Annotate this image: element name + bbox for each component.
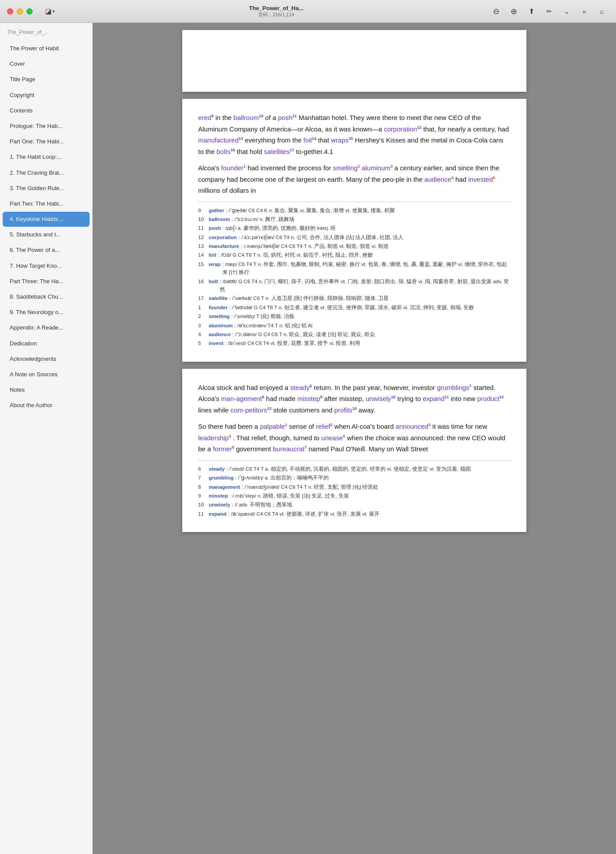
sidebar: The_Power_of_... The Power of HabitCover… <box>0 23 93 854</box>
paragraph-1: ered9 in the ballroom10 of a posh11 Manh… <box>198 112 511 157</box>
word-link-expand[interactable]: expand11 <box>423 395 449 402</box>
word-link-bureaucrat[interactable]: bureaucrat7 <box>273 445 307 453</box>
footnote-row: 14 foil : /fɔɪl/ G C4 T8 T n. 箔, 烘托, 衬托 … <box>198 251 511 259</box>
word-link-ered[interactable]: ered9 <box>198 114 214 121</box>
word-link-leadership[interactable]: leadership4 <box>198 434 231 442</box>
zoom-out-button[interactable]: ⊖ <box>489 4 503 19</box>
word-link-product[interactable]: product12 <box>477 395 503 402</box>
sidebar-item-ch3[interactable]: 3. The Golden Rule... <box>3 181 90 196</box>
pdf-page-2: Alcoa stock and had enjoyed a steady6 re… <box>182 369 526 532</box>
search-icon: ⌕ <box>600 7 604 15</box>
sidebar-item-copyright[interactable]: Copyright <box>3 88 90 103</box>
word-link-audience[interactable]: audience4 <box>424 176 454 183</box>
more-icon: » <box>582 7 586 15</box>
sidebar-item-ch1[interactable]: 1. The Habit Loop:... <box>3 150 90 165</box>
sidebar-item-contents[interactable]: Contents <box>3 103 90 118</box>
word-link-unwisely[interactable]: unwisely10 <box>366 395 396 402</box>
word-link-invested[interactable]: invested5 <box>468 176 495 183</box>
sidebar-item-appendix[interactable]: Appendix: A Reade... <box>3 320 90 335</box>
content-area[interactable]: ered9 in the ballroom10 of a posh11 Manh… <box>93 23 616 854</box>
word-link-grumblings[interactable]: grumblings7 <box>437 384 471 391</box>
chevron-button[interactable]: ⌄ <box>560 4 574 19</box>
word-link-competitors[interactable]: com-petitors13 <box>230 406 271 414</box>
word-link-corporation[interactable]: corporation12 <box>384 125 421 133</box>
footnote-row: 12 corporation : /.kɔːpəˈreɪʃən/ C6 T4 n… <box>198 233 511 241</box>
sidebar-item-ch4[interactable]: 4. Keystone Habits:... <box>3 212 90 227</box>
paragraph-3: Alcoa stock and had enjoyed a steady6 re… <box>198 382 511 416</box>
footnote-row: 3 aluminum : /əˈluːmɪnəm/ T4 T n. 铝 [化] … <box>198 322 511 330</box>
sidebar-item-ch7[interactable]: 7. How Target Kno... <box>3 258 90 273</box>
word-link-unease[interactable]: unease5 <box>321 434 345 442</box>
word-link-satellites[interactable]: satellites17 <box>264 148 294 155</box>
footnote-row: 10 ballroom : /ˈbɔːlruːm/ n. 舞厅, 跳舞场 <box>198 215 511 223</box>
footnote-num: 9 <box>198 206 207 214</box>
footnote-row: 7 grumbling : /ˈɡrʌmblɪŋ/ a. 出怨言的；喃喃鸣不平的 <box>198 474 511 482</box>
sidebar-item-ch2[interactable]: 2. The Craving Brai... <box>3 165 90 180</box>
word-link-smelting[interactable]: smelting2 <box>333 164 360 172</box>
sidebar-item-part-three[interactable]: Part Three: The Ha... <box>3 274 90 289</box>
share-button[interactable]: ⬆ <box>524 4 538 19</box>
sidebar-item-acknowledgments[interactable]: Acknowledgments <box>3 352 90 367</box>
maximize-button[interactable] <box>26 8 33 15</box>
word-link-wraps[interactable]: wraps15 <box>331 136 353 144</box>
footnote-row: 13 manufacture : /.mænjuˈfæktʃə/ C4 C6 T… <box>198 242 511 250</box>
word-link-posh[interactable]: posh11 <box>278 114 297 121</box>
sidebar-item-title-page[interactable]: Title Page <box>3 72 90 87</box>
word-link-misstep[interactable]: misstep9 <box>297 395 323 402</box>
sidebar-item-ch8[interactable]: 8. Saddleback Chu... <box>3 289 90 304</box>
sidebar-item-part-one[interactable]: Part One: The Habi... <box>3 134 90 149</box>
word-link-manufactured[interactable]: manufactured13 <box>198 136 243 144</box>
sidebar-item-book-title[interactable]: The Power of Habit <box>3 41 90 56</box>
sidebar-item-note-on-sources[interactable]: A Note on Sources <box>3 367 90 382</box>
footnote-row: 1 founder : /ˈfaʊndə/ G C4 T8 T n. 创立者, … <box>198 303 511 311</box>
sidebar-item-ch6[interactable]: 6. The Power of a... <box>3 243 90 258</box>
word-link-palpable[interactable]: palpable1 <box>260 423 287 430</box>
minimize-button[interactable] <box>17 8 23 15</box>
sidebar-item-dedication[interactable]: Dedication <box>3 336 90 351</box>
pen-icon: ✏ <box>546 7 552 15</box>
word-link-ballroom[interactable]: ballroom10 <box>233 114 263 121</box>
word-link-announced[interactable]: announced3 <box>395 423 430 430</box>
footnote-row: 2 smelting : /ˈsmeltɪŋ/ T [化] 熔炼; 冶炼 <box>198 312 511 320</box>
sidebar-item-prologue[interactable]: Prologue: The Hab... <box>3 119 90 134</box>
sidebar-item-cover[interactable]: Cover <box>3 56 90 71</box>
footnote-row: 11 posh : /pɒʃ/ a. 豪华的, 漂亮的, 优雅的, 极好的 in… <box>198 224 511 232</box>
more-button[interactable]: » <box>577 4 591 19</box>
sidebar-item-notes[interactable]: Notes <box>3 382 90 397</box>
footnote-row: 16 bolt : /bəʊlt/ G C6 T4 n. 门闩, 螺钉, 筛子,… <box>198 277 511 294</box>
footnotes-page-2: 6 steady : /ˈstedi/ C6 T4 T a. 稳定的, 不动摇的… <box>198 460 511 518</box>
paragraph-4: So there had been a palpable1 sense of r… <box>198 421 511 455</box>
filename-label: The_Power_of_Ha... <box>249 5 304 11</box>
paragraph-2: Alcoa's founder1 had invented the proces… <box>198 162 511 196</box>
footnote-word: gather <box>209 206 224 214</box>
sidebar-toggle-button[interactable]: ◪ ▾ <box>41 4 58 19</box>
zoom-in-button[interactable]: ⊕ <box>507 4 521 19</box>
zoom-out-icon: ⊖ <box>493 7 500 16</box>
search-button[interactable]: ⌕ <box>595 4 609 19</box>
word-link-management[interactable]: man-agement8 <box>221 395 264 402</box>
zoom-in-icon: ⊕ <box>511 7 517 16</box>
word-link-foil[interactable]: foil14 <box>303 136 316 144</box>
sidebar-item-about-author[interactable]: About the Author <box>3 398 90 413</box>
word-link-steady[interactable]: steady6 <box>290 384 312 391</box>
sidebar-item-ch9[interactable]: 9. The Neurology o... <box>3 305 90 320</box>
footnotes-page-1: 9 gather : /ˈɡæðə/ C6 C4 K n. 集合, 聚集 vi.… <box>198 202 511 348</box>
footnote-text: : /ˈɡæðə/ C6 C4 K n. 集合, 聚集 vi. 聚集, 集合, … <box>226 206 394 214</box>
word-link-profits[interactable]: profits14 <box>334 406 357 414</box>
annotate-button[interactable]: ✏ <box>542 4 556 19</box>
main-area: The_Power_of_... The Power of HabitCover… <box>0 23 616 854</box>
word-link-former[interactable]: former6 <box>213 445 234 453</box>
word-link-bolts[interactable]: bolts16 <box>217 148 235 155</box>
word-link-aluminum[interactable]: aluminum3 <box>362 164 393 172</box>
titlebar: ◪ ▾ The_Power_of_Ha... 页码：316/1,114 ⊖ ⊕ … <box>0 0 616 23</box>
titlebar-controls: ⊖ ⊕ ⬆ ✏ ⌄ » ⌕ <box>489 4 609 19</box>
footnote-row: 10 unwisely : // adv. 不明智地；愚笨地 <box>198 501 511 509</box>
word-link-relief[interactable]: relief2 <box>316 423 333 430</box>
word-link-founder[interactable]: founder1 <box>221 164 246 172</box>
close-button[interactable] <box>7 8 13 15</box>
sidebar-item-part-two[interactable]: Part Two: The Habi... <box>3 196 90 211</box>
page-info-label: 页码：316/1,114 <box>258 11 294 18</box>
footnote-row: 8 management : /ˈmænɪdʒmənt/ C4 C6 T4 T … <box>198 483 511 491</box>
traffic-lights <box>7 8 33 15</box>
sidebar-item-ch5[interactable]: 5. Starbucks and t... <box>3 227 90 242</box>
